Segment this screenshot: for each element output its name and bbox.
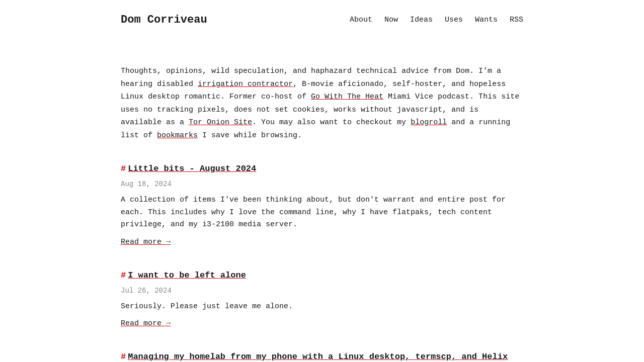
post-entry-3: #Managing my homelab from my phone with … — [121, 350, 523, 362]
nav-rss[interactable]: RSS — [510, 14, 523, 26]
post-date-2: Jul 26, 2024 — [121, 285, 523, 296]
main-nav: About Now Ideas Uses Wants RSS — [350, 14, 523, 26]
post-title-2: #I want to be left alone — [121, 268, 523, 282]
intro-link-tor[interactable]: Tor Onion Site — [189, 118, 252, 127]
post-title-link-3[interactable]: Managing my homelab from my phone with a… — [121, 352, 508, 362]
post-excerpt-1: A collection of items I've been thinking… — [121, 194, 523, 231]
nav-now[interactable]: Now — [384, 14, 398, 26]
intro-text-after-link5: I save while browsing. — [198, 131, 302, 140]
intro-text-after-link3: . You may also want to checkout my — [252, 118, 411, 127]
intro-link-irrigation[interactable]: irrigation contractor — [198, 80, 293, 88]
post-hash-1: # — [121, 164, 126, 173]
post-date-1: Aug 18, 2024 — [121, 178, 523, 190]
intro-link-gowith[interactable]: Go With The Heat — [311, 93, 383, 101]
post-hash-3: # — [121, 352, 126, 361]
post-entry-1: #Little bits - August 2024 Aug 18, 2024 … — [121, 162, 523, 248]
post-title-link-1[interactable]: Little bits - August 2024 — [128, 164, 256, 173]
post-title-1: #Little bits - August 2024 — [121, 162, 523, 175]
intro-text: Thoughts, opinions, wild speculation, an… — [121, 65, 523, 142]
read-more-2[interactable]: Read more → — [121, 319, 171, 328]
post-hash-2: # — [121, 270, 126, 280]
nav-uses[interactable]: Uses — [445, 14, 463, 26]
read-more-1[interactable]: Read more → — [121, 238, 171, 246]
post-title-3: #Managing my homelab from my phone with … — [121, 350, 523, 362]
post-title-link-2[interactable]: I want to be left alone — [128, 270, 246, 280]
intro-link-bookmarks[interactable]: bookmarks — [157, 131, 198, 140]
intro-link-blogroll[interactable]: blogroll — [411, 118, 447, 127]
nav-wants[interactable]: Wants — [475, 14, 498, 26]
post-entry-2: #I want to be left alone Jul 26, 2024 Se… — [121, 268, 523, 330]
nav-about[interactable]: About — [350, 14, 372, 26]
posts-list: #Little bits - August 2024 Aug 18, 2024 … — [121, 162, 523, 362]
post-excerpt-2: Seriously. Please just leave me alone. — [121, 301, 523, 313]
site-title[interactable]: Dom Corriveau — [121, 11, 207, 29]
nav-ideas[interactable]: Ideas — [410, 14, 433, 26]
